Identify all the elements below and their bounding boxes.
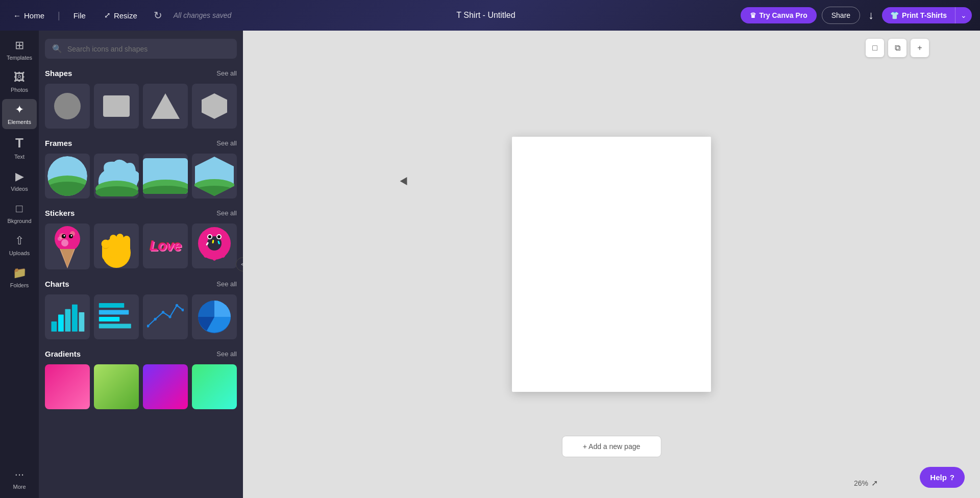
frames-see-all[interactable]: See all (216, 139, 237, 147)
sidebar-item-background[interactable]: □ Bkground (2, 198, 37, 228)
share-button[interactable]: Share (822, 7, 860, 24)
frame-cloud-preview (94, 156, 139, 196)
more-icon: ··· (15, 468, 24, 481)
photos-icon: 🖼 (14, 71, 25, 84)
shapes-see-all[interactable]: See all (216, 69, 237, 77)
sidebar-label-uploads: Uploads (9, 250, 30, 256)
undo-button[interactable]: ↻ (151, 6, 165, 24)
file-menu-button[interactable]: File (68, 8, 91, 23)
sidebar-item-photos[interactable]: 🖼 Photos (2, 67, 37, 97)
shape-circle-item[interactable] (45, 84, 90, 129)
svg-rect-39 (52, 321, 57, 332)
stickers-see-all[interactable]: See all (216, 209, 237, 217)
triangle-shape (151, 93, 180, 119)
help-icon: ? (950, 473, 954, 482)
canvas-tool-add[interactable]: + (911, 39, 929, 57)
resize-icon: ⤢ (104, 11, 111, 20)
frame-circle-landscape[interactable] (45, 154, 90, 198)
download-button[interactable]: ↓ (865, 6, 877, 25)
gradient-green-preview (94, 364, 139, 409)
sidebar-item-templates[interactable]: ⊞ Templates (2, 35, 37, 65)
love-text: Love (150, 238, 181, 254)
gradient-purple-item[interactable] (143, 364, 188, 409)
frames-section-header: Frames See all (45, 139, 237, 147)
svg-rect-46 (99, 317, 120, 321)
svg-point-50 (162, 311, 164, 313)
help-button[interactable]: Help ? (920, 467, 965, 488)
bar-chart-svg (49, 299, 86, 335)
svg-point-26 (102, 240, 110, 248)
svg-point-35 (220, 250, 226, 258)
help-label: Help (930, 473, 947, 482)
home-label: Home (24, 11, 44, 20)
charts-see-all[interactable]: See all (216, 280, 237, 288)
sidebar-item-videos[interactable]: ▶ Videos (2, 166, 37, 196)
sticker-ok-hand[interactable] (94, 223, 139, 268)
sidebar-item-text[interactable]: T Text (2, 131, 37, 164)
gradients-title: Gradients (45, 350, 81, 358)
svg-rect-44 (99, 303, 125, 308)
zoom-expand-icon[interactable]: ➚ (871, 478, 878, 488)
sticker-ice-cream[interactable] (45, 223, 90, 269)
search-input[interactable] (67, 45, 230, 53)
chart-bar-item[interactable] (45, 294, 90, 339)
add-page-button[interactable]: + Add a new page (562, 436, 662, 457)
frame-circle-preview (47, 156, 87, 196)
zoom-indicator: 26% ➚ (854, 478, 878, 488)
sidebar-label-folders: Folders (10, 282, 29, 288)
gradient-pink-item[interactable] (45, 364, 90, 409)
shape-hexagon-item[interactable] (192, 84, 237, 129)
sidebar-item-more[interactable]: ··· More (2, 464, 37, 494)
try-canva-button[interactable]: ♛ Try Canva Pro (741, 7, 817, 23)
resize-label: Resize (114, 11, 137, 20)
canvas-area: □ ⧉ + + Add a new page (243, 31, 980, 498)
uploads-icon: ⇧ (15, 234, 24, 247)
print-button[interactable]: 👕 Print T-Shirts (882, 7, 955, 23)
chart-line-item[interactable] (143, 294, 188, 339)
folders-icon: 📁 (13, 266, 27, 280)
svg-rect-41 (65, 309, 71, 332)
sticker-love-text[interactable]: Love (143, 223, 188, 268)
shape-triangle-item[interactable] (143, 84, 188, 129)
donut-svg (195, 226, 234, 266)
stickers-title: Stickers (45, 209, 75, 217)
sidebar-item-elements[interactable]: ✦ Elements (2, 99, 37, 129)
home-button[interactable]: ← Home (8, 8, 50, 23)
chart-pie-item[interactable] (192, 294, 237, 339)
gradients-see-all[interactable]: See all (216, 350, 237, 358)
chart-hbar-item[interactable] (94, 294, 139, 339)
canvas-tool-frame[interactable]: □ (866, 39, 884, 57)
gradient-blue-item[interactable] (192, 364, 237, 409)
topbar: ← Home | File ⤢ Resize ↻ All changes sav… (0, 0, 980, 31)
canvas-tool-duplicate[interactable]: ⧉ (888, 39, 906, 57)
sticker-donut[interactable] (192, 223, 237, 268)
shirt-icon: 👕 (890, 11, 899, 19)
topbar-right: ♛ Try Canva Pro Share ↓ 👕 Print T-Shirts… (741, 6, 972, 25)
frame-hex-landscape[interactable] (192, 154, 237, 198)
sidebar-item-uploads[interactable]: ⇧ Uploads (2, 230, 37, 260)
frames-grid (45, 154, 237, 198)
stickers-grid: Love (45, 223, 237, 269)
gradients-section-header: Gradients See all (45, 350, 237, 358)
panel-collapse-button[interactable]: < (236, 257, 243, 271)
stickers-section-header: Stickers See all (45, 209, 237, 217)
shape-square-item[interactable] (94, 84, 139, 129)
document-title: T Shirt - Untitled (456, 11, 515, 20)
gradient-purple-preview (143, 364, 188, 409)
frame-rect-landscape[interactable] (143, 154, 188, 198)
print-chevron-icon[interactable]: ⌄ (955, 7, 972, 23)
print-label: Print T-Shirts (902, 11, 947, 19)
sidebar-item-folders[interactable]: 📁 Folders (2, 262, 37, 292)
sidebar-label-background: Bkground (7, 218, 31, 224)
gradient-green-item[interactable] (94, 364, 139, 409)
search-box[interactable]: 🔍 (45, 39, 237, 59)
hbar-chart-svg (98, 299, 135, 335)
line-chart-svg (147, 299, 184, 335)
resize-button[interactable]: ⤢ Resize (99, 8, 142, 23)
shapes-section-header: Shapes See all (45, 69, 237, 78)
svg-rect-23 (116, 234, 124, 256)
zoom-level: 26% (854, 479, 868, 487)
frame-cloud-landscape[interactable] (94, 154, 139, 198)
svg-point-49 (154, 318, 157, 320)
circle-shape (54, 93, 81, 119)
